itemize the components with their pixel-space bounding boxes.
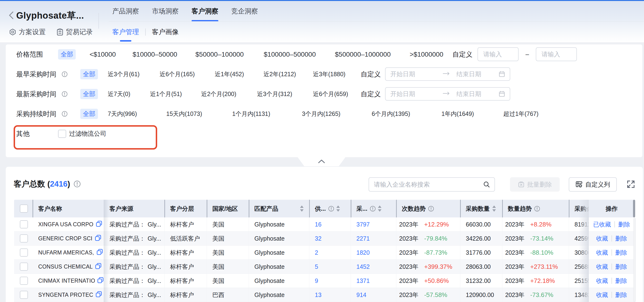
option[interactable]: $50000–100000 [196, 44, 244, 64]
scheme-settings-button[interactable]: 方案设置 [9, 28, 46, 36]
date-start-placeholder[interactable]: 开始日期 [390, 70, 442, 78]
tab-item[interactable]: 竞企洞察 [231, 1, 258, 22]
suppliers-count-link[interactable]: 16 [315, 221, 322, 228]
subtab-customer-profile[interactable]: 客户画像 [152, 22, 179, 42]
option[interactable]: 近3个月(312) [257, 84, 292, 104]
favorite-link[interactable]: 收藏 [596, 234, 608, 242]
option-all-selected[interactable]: 全部 [58, 49, 76, 60]
scrollbar-thumb[interactable] [633, 200, 635, 218]
subtab-customer-management[interactable]: 客户管理 [112, 22, 139, 42]
purchase-times-link[interactable]: 1371 [356, 278, 370, 284]
option[interactable]: 近6个月(165) [160, 64, 195, 84]
fullscreen-icon[interactable] [625, 179, 636, 190]
option[interactable]: 1年内(1649) [442, 104, 474, 124]
option-all-selected[interactable]: 全部 [80, 89, 98, 99]
date-range-picker[interactable]: 开始日期 结束日期 [385, 87, 510, 100]
delete-link[interactable]: 删除 [615, 234, 627, 242]
info-icon[interactable] [328, 206, 334, 212]
delete-link[interactable]: 删除 [618, 220, 630, 228]
option[interactable]: 1个月内(1131) [232, 104, 270, 124]
col-header-product[interactable]: 匹配产品 [249, 200, 309, 218]
option[interactable]: 近3个月(61) [108, 64, 140, 84]
company-search[interactable] [368, 177, 495, 192]
option[interactable]: <$10000 [90, 44, 116, 64]
sort-icon[interactable] [492, 206, 496, 212]
price-max-field[interactable] [536, 48, 576, 61]
sort-icon[interactable] [300, 206, 304, 212]
copy-icon[interactable] [96, 249, 103, 256]
option-all-selected[interactable]: 全部 [80, 109, 98, 119]
suppliers-count-link[interactable]: 13 [315, 292, 322, 298]
option[interactable]: 近3年(1880) [313, 64, 346, 84]
tab-item[interactable]: 客户洞察 [192, 1, 218, 22]
filter-logistics-checkbox[interactable] [58, 130, 66, 138]
customer-name[interactable]: XINGFA USA CORPO [38, 221, 94, 228]
row-checkbox[interactable] [20, 277, 28, 285]
col-header-times[interactable]: 采... [351, 200, 396, 218]
sort-icon[interactable] [378, 206, 382, 212]
copy-icon[interactable] [96, 291, 102, 299]
delete-link[interactable]: 删除 [615, 249, 627, 256]
batch-delete-button[interactable]: 批量删除 [510, 177, 560, 192]
date-start-placeholder[interactable]: 开始日期 [390, 90, 442, 98]
customer-name[interactable]: NUFARM AMERICAS, [38, 250, 94, 256]
date-end-placeholder[interactable]: 结束日期 [450, 90, 499, 98]
col-header-country[interactable]: 国家/地区 [206, 200, 249, 218]
favorite-link[interactable]: 已收藏 [593, 220, 611, 228]
favorite-link[interactable]: 收藏 [596, 263, 608, 271]
col-header-name[interactable]: 客户名称 [32, 200, 104, 218]
option[interactable]: 6个月内(1395) [372, 104, 410, 124]
copy-icon[interactable] [95, 234, 101, 242]
option[interactable]: 近2个月(200) [201, 84, 236, 104]
info-icon[interactable] [74, 180, 81, 188]
row-checkbox[interactable] [20, 248, 28, 256]
checkbox-label[interactable]: 过滤物流公司 [69, 130, 106, 138]
option[interactable]: 近1个月(51) [150, 84, 182, 104]
row-checkbox[interactable] [20, 220, 28, 228]
custom-range-label[interactable]: 自定义 [361, 64, 381, 84]
favorite-link[interactable]: 收藏 [596, 249, 608, 256]
info-icon[interactable] [534, 206, 540, 212]
purchase-times-link[interactable]: 1452 [356, 263, 370, 270]
delete-link[interactable]: 删除 [615, 277, 627, 285]
select-all-checkbox[interactable] [20, 204, 28, 213]
delete-link[interactable]: 删除 [615, 263, 627, 271]
option[interactable]: 7天内(996) [108, 104, 137, 124]
col-header-times-trend[interactable]: 次数趋势 [396, 200, 460, 218]
price-max-input[interactable] [536, 47, 577, 61]
date-end-placeholder[interactable]: 结束日期 [450, 70, 499, 78]
price-min-field[interactable] [478, 48, 518, 61]
row-checkbox[interactable] [20, 262, 28, 271]
option[interactable]: $100000–500000 [264, 44, 316, 64]
collapse-filters-button[interactable] [298, 157, 346, 166]
tab-item[interactable]: 产品洞察 [112, 1, 139, 22]
copy-icon[interactable] [95, 263, 102, 271]
copy-icon[interactable] [97, 277, 104, 285]
option[interactable]: $10000–50000 [132, 44, 177, 64]
option[interactable]: 近1年(452) [215, 64, 244, 84]
customers-count[interactable]: 2416 [50, 180, 67, 188]
option-all-selected[interactable]: 全部 [80, 69, 98, 79]
tab-item[interactable]: 市场洞察 [152, 1, 179, 22]
favorite-link[interactable]: 收藏 [596, 277, 608, 285]
suppliers-count-link[interactable]: 32 [315, 235, 322, 242]
option[interactable]: 近7天(0) [108, 84, 130, 104]
customer-name[interactable]: CINMAX INTERNATIO [38, 278, 95, 284]
delete-link[interactable]: 删除 [615, 291, 627, 299]
customer-name[interactable]: CONSUS CHEMICAL [38, 264, 93, 270]
company-search-input[interactable] [369, 178, 483, 191]
customer-name[interactable]: GENERIC CROP SCI [38, 235, 92, 242]
col-header-suppliers[interactable]: 供... [309, 200, 351, 218]
favorite-link[interactable]: 收藏 [596, 291, 608, 299]
row-checkbox[interactable] [20, 291, 28, 299]
date-range-picker[interactable]: 开始日期 结束日期 [385, 68, 510, 81]
purchase-times-link[interactable]: 1820 [356, 249, 370, 256]
price-min-input[interactable] [478, 47, 518, 61]
option[interactable]: 近2年(1212) [264, 64, 296, 84]
option[interactable]: 15天内(1073) [166, 104, 202, 124]
col-header-quantity-trend[interactable]: 数量趋势 [502, 200, 569, 218]
purchase-times-link[interactable]: 2271 [356, 235, 370, 242]
custom-columns-button[interactable]: 自定义列 [569, 177, 617, 192]
suppliers-count-link[interactable]: 9 [315, 278, 318, 284]
row-checkbox[interactable] [20, 234, 28, 242]
